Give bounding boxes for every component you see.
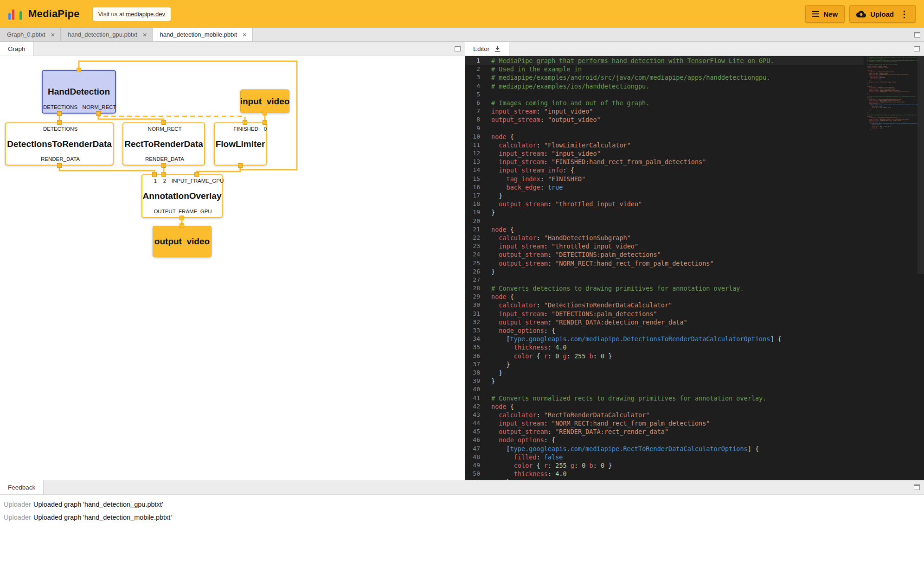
code-line[interactable]: 19}: [465, 208, 864, 216]
code-line[interactable]: 24 output_stream: "DETECTIONS:palm_detec…: [465, 250, 864, 259]
code-text: # mediapipe/examples/ios/handdetectiongp…: [491, 82, 649, 90]
file-tab[interactable]: Graph_0.pbtxt×: [0, 28, 61, 41]
line-number: 11: [465, 141, 491, 149]
code-line[interactable]: 13 input_stream: "FINISHED:hand_rect_fro…: [465, 158, 864, 166]
code-line[interactable]: 23 input_stream: "throttled_input_video": [465, 242, 864, 250]
code-line[interactable]: 10node {: [465, 133, 864, 141]
close-tab-icon[interactable]: ×: [51, 31, 55, 38]
code-line[interactable]: 22 calculator: "HandDetectionSubgraph": [465, 234, 864, 242]
maximize-window-icon[interactable]: [914, 32, 920, 38]
line-number: 43: [465, 411, 491, 419]
code-editor[interactable]: 1# MediaPipe graph that performs hand de…: [465, 56, 924, 480]
code-line[interactable]: 49 color { r: 255 g: 0 b: 0 }: [465, 461, 864, 470]
code-line[interactable]: 8output_stream: "output_video": [465, 115, 864, 124]
graph-canvas[interactable]: DETECTIONSNORM_RECTHandDetectioninput_vi…: [0, 56, 465, 480]
code-line[interactable]: 14 input_stream_info: {: [465, 166, 864, 174]
code-line[interactable]: 20: [465, 217, 864, 225]
minimap[interactable]: # MediaPipe graph that performs hand det…: [867, 57, 918, 130]
code-line[interactable]: 43 calculator: "RectToRenderDataCalculat…: [465, 411, 864, 419]
graph-node-rect-to-render-data[interactable]: NORM_RECTRENDER_DATARectToRenderData: [122, 122, 205, 166]
app-header: MediaPipe Visit us at mediapipe.dev New …: [0, 0, 924, 28]
line-number: 13: [465, 158, 491, 166]
more-options-icon[interactable]: ⋮: [900, 10, 909, 19]
code-line[interactable]: 42node {: [465, 402, 864, 411]
close-tab-icon[interactable]: ×: [143, 31, 147, 38]
line-number: 29: [465, 293, 491, 301]
graph-node-output-video[interactable]: output_video: [153, 226, 212, 257]
code-line[interactable]: 3# mediapipe/examples/android/src/java/c…: [465, 73, 864, 82]
code-text: }: [491, 478, 510, 480]
code-line[interactable]: 30 calculator: "DetectionsToRenderDataCa…: [465, 301, 864, 309]
line-number: 1: [465, 57, 491, 65]
code-line[interactable]: 6# Images coming into and out of the gra…: [465, 99, 864, 107]
code-line[interactable]: 51 }: [465, 478, 864, 480]
graph-node-detections-to-render-data[interactable]: DETECTIONSRENDER_DATADetectionsToRenderD…: [5, 122, 114, 166]
maximize-feedback-icon[interactable]: [914, 484, 920, 490]
code-line[interactable]: 26}: [465, 267, 864, 276]
code-line[interactable]: 7input_stream: "input_video": [465, 107, 864, 115]
code-line[interactable]: 1# MediaPipe graph that performs hand de…: [465, 57, 864, 65]
code-line[interactable]: 40: [465, 385, 864, 394]
code-line[interactable]: 15 tag_index: "FINISHED": [465, 175, 864, 183]
graph-edge: [59, 166, 154, 174]
close-tab-icon[interactable]: ×: [243, 31, 247, 38]
file-tab[interactable]: hand_detection_gpu.pbtxt×: [61, 28, 153, 41]
code-line[interactable]: 36 color { r: 0 g: 255 b: 0 }: [465, 352, 864, 360]
graph-node-hand-detection[interactable]: DETECTIONSNORM_RECTHandDetection: [42, 70, 116, 114]
code-line[interactable]: 47 [type.googleapis.com/mediapipe.RectTo…: [465, 445, 864, 453]
graph-node-input-video[interactable]: input_video: [240, 89, 289, 113]
line-number: 2: [465, 65, 491, 73]
code-line[interactable]: 16 back_edge: true: [465, 183, 864, 191]
editor-tab[interactable]: Editor: [465, 42, 509, 56]
code-line[interactable]: 2# Used in the example in: [465, 65, 864, 73]
graph-node-annotation-overlay[interactable]: 12INPUT_FRAME_GPUOUTPUT_FRAME_GPUAnnotat…: [141, 174, 223, 218]
code-line[interactable]: 34 [type.googleapis.com/mediapipe.Detect…: [465, 335, 864, 343]
line-number: 9: [465, 124, 491, 133]
code-line[interactable]: 5: [465, 90, 864, 99]
new-button[interactable]: New: [805, 5, 845, 23]
file-tab[interactable]: hand_detection_mobile.pbtxt×: [153, 28, 253, 41]
code-line[interactable]: 50 thickness: 4.0: [465, 470, 864, 478]
download-icon[interactable]: [494, 45, 501, 52]
code-line[interactable]: 44 input_stream: "NORM_RECT:hand_rect_fr…: [465, 419, 864, 427]
feedback-tab-label: Feedback: [8, 484, 35, 491]
upload-button-label: Upload: [870, 10, 894, 18]
feedback-tab[interactable]: Feedback: [0, 480, 44, 494]
code-line[interactable]: 21node {: [465, 225, 864, 234]
code-line[interactable]: 37 }: [465, 360, 864, 369]
code-line[interactable]: 18 output_stream: "throttled_input_video…: [465, 200, 864, 208]
code-line[interactable]: 31 input_stream: "DETECTIONS:palm_detect…: [465, 310, 864, 318]
node-label: RectToRenderData: [124, 139, 203, 149]
code-line[interactable]: 33 node_options: {: [465, 326, 864, 335]
graph-node-flow-limiter[interactable]: FINISHED0FlowLimiter: [214, 122, 267, 166]
code-line[interactable]: 11 calculator: "FlowLimiterCalculator": [465, 141, 864, 149]
feedback-message: Uploaded graph 'hand_detection_mobile.pb…: [33, 514, 172, 521]
line-number: 36: [465, 352, 491, 360]
code-line[interactable]: 9: [465, 124, 864, 133]
code-line[interactable]: 28# Converts detections to drawing primi…: [465, 284, 864, 293]
code-line[interactable]: 12 input_stream: "input_video": [465, 149, 864, 158]
minimap-slider[interactable]: [918, 56, 924, 274]
code-line[interactable]: 4# mediapipe/examples/ios/handdetectiong…: [465, 82, 864, 90]
code-text: input_stream: "input_video": [491, 107, 593, 115]
graph-tab[interactable]: Graph: [0, 42, 34, 56]
code-line[interactable]: 25 output_stream: "NORM_RECT:hand_rect_f…: [465, 259, 864, 267]
code-line[interactable]: 48 filled: false: [465, 453, 864, 461]
code-line[interactable]: 45 output_stream: "RENDER_DATA:rect_rend…: [465, 427, 864, 436]
code-line[interactable]: 17 }: [465, 191, 864, 200]
maximize-graph-icon[interactable]: [455, 46, 461, 51]
code-line[interactable]: 41# Converts normalized rects to drawing…: [465, 394, 864, 402]
mediapipe-logo-icon: [8, 8, 22, 20]
code-line[interactable]: 32 output_stream: "RENDER_DATA:detection…: [465, 318, 864, 326]
code-line[interactable]: 46 node_options: {: [465, 436, 864, 444]
code-line[interactable]: 29node {: [465, 293, 864, 301]
port-label: OUTPUT_FRAME_GPU: [154, 209, 212, 214]
code-line[interactable]: 38 }: [465, 369, 864, 377]
code-line[interactable]: 27: [465, 276, 864, 284]
graph-panel-header: Graph: [0, 42, 465, 56]
upload-button[interactable]: Upload ⋮: [849, 5, 916, 23]
code-line[interactable]: 39}: [465, 377, 864, 385]
maximize-editor-icon[interactable]: [914, 46, 920, 51]
mediapipe-link[interactable]: mediapipe.dev: [126, 11, 165, 18]
code-line[interactable]: 35 thickness: 4.0: [465, 343, 864, 351]
